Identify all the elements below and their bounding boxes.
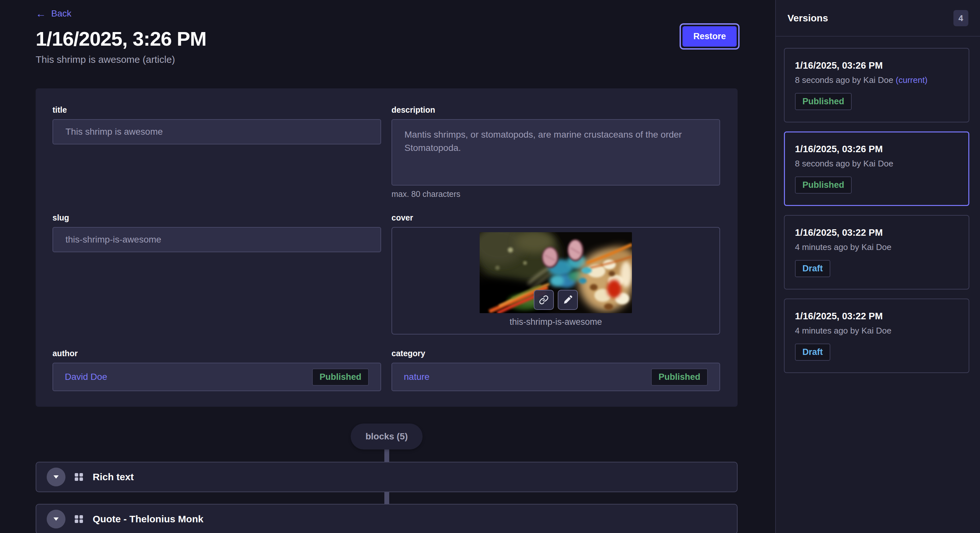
pencil-icon [563, 295, 573, 305]
version-date: 1/16/2025, 03:22 PM [795, 227, 958, 238]
field-description: description Mantis shrimps, or stomatopo… [391, 105, 720, 199]
slug-label: slug [52, 213, 381, 222]
cover-actions [534, 290, 578, 310]
version-badge-row: Draft [795, 344, 958, 361]
version-meta-text: 4 minutes ago by Kai Doe [795, 326, 891, 335]
expand-toggle-button[interactable] [47, 510, 65, 528]
version-badge-row: Draft [795, 260, 958, 277]
back-link[interactable]: ← Back [36, 8, 71, 19]
versions-count-badge: 4 [953, 10, 968, 26]
version-meta: 8 seconds ago by Kai Doe [795, 159, 958, 169]
blocks-pill[interactable]: blocks (5) [351, 424, 423, 449]
copy-link-button[interactable] [534, 290, 554, 310]
cover-card: this-shrimp-is-awesome [391, 227, 720, 335]
version-card-selected[interactable]: 1/16/2025, 03:26 PM 8 seconds ago by Kai… [784, 132, 969, 206]
block-title: Quote - Thelonius Monk [93, 514, 204, 525]
field-cover: cover [391, 213, 720, 335]
version-form-panel: title description Mantis shrimps, or sto… [36, 89, 738, 407]
chevron-down-icon [54, 475, 59, 479]
version-date: 1/16/2025, 03:26 PM [795, 60, 958, 71]
cover-caption: this-shrimp-is-awesome [509, 317, 602, 327]
cover-label: cover [391, 213, 720, 222]
blocks-connector [384, 449, 389, 462]
title-label: title [52, 105, 381, 115]
version-meta: 4 minutes ago by Kai Doe [795, 326, 958, 336]
author-label: author [52, 349, 381, 358]
version-current-label: (current) [896, 75, 928, 85]
title-input[interactable] [52, 119, 381, 144]
version-meta-text: 8 seconds ago by Kai Doe [795, 75, 894, 85]
blocks-pill-row: blocks (5) [36, 407, 738, 449]
version-badge-row: Published [795, 176, 958, 194]
version-date: 1/16/2025, 03:26 PM [795, 144, 958, 154]
row-connector [384, 492, 389, 504]
versions-list: 1/16/2025, 03:26 PM 8 seconds ago by Kai… [776, 36, 980, 384]
category-status-badge: Published [651, 368, 708, 385]
version-date: 1/16/2025, 03:22 PM [795, 311, 958, 322]
version-meta: 4 minutes ago by Kai Doe [795, 242, 958, 252]
page-title: 1/16/2025, 3:26 PM [36, 27, 738, 50]
description-label: description [391, 105, 720, 115]
field-title: title [52, 105, 381, 144]
version-status-badge: Draft [795, 344, 830, 361]
restore-focus-ring: Restore [679, 23, 740, 49]
back-label: Back [51, 8, 71, 19]
description-hint: max. 80 characters [391, 189, 720, 199]
page-subtitle: This shrimp is awesome (article) [36, 54, 738, 65]
version-meta-text: 8 seconds ago by Kai Doe [795, 159, 894, 168]
description-textarea[interactable]: Mantis shrimps, or stomatopods, are mari… [391, 119, 720, 186]
main-content: ← Back 1/16/2025, 3:26 PM This shrimp is… [0, 0, 775, 533]
author-status-badge: Published [312, 368, 369, 385]
component-grid-icon [74, 514, 84, 524]
version-card[interactable]: 1/16/2025, 03:22 PM 4 minutes ago by Kai… [784, 298, 969, 373]
link-icon [539, 295, 549, 305]
version-card[interactable]: 1/16/2025, 03:26 PM 8 seconds ago by Kai… [784, 48, 969, 122]
category-relation-box: nature Published [391, 363, 720, 391]
block-row-quote[interactable]: Quote - Thelonius Monk [36, 504, 738, 533]
back-arrow-icon: ← [36, 8, 46, 19]
versions-sidebar: Versions 4 1/16/2025, 03:26 PM 8 seconds… [775, 0, 980, 533]
author-relation-box: David Doe Published [52, 363, 381, 391]
version-status-badge: Published [795, 176, 852, 194]
version-badge-row: Published [795, 93, 958, 110]
cover-media [480, 232, 632, 313]
expand-toggle-button[interactable] [47, 468, 65, 486]
versions-header: Versions 4 [776, 0, 980, 36]
edit-media-button[interactable] [558, 290, 578, 310]
author-link[interactable]: David Doe [65, 372, 107, 382]
restore-button[interactable]: Restore [682, 26, 737, 47]
category-link[interactable]: nature [404, 372, 430, 382]
block-row-rich-text[interactable]: Rich text [36, 462, 738, 492]
field-author: author David Doe Published [52, 349, 381, 391]
component-grid-icon [74, 472, 84, 482]
field-category: category nature Published [391, 349, 720, 391]
chevron-down-icon [54, 517, 59, 521]
versions-title: Versions [788, 13, 828, 24]
version-card[interactable]: 1/16/2025, 03:22 PM 4 minutes ago by Kai… [784, 215, 969, 289]
version-status-badge: Published [795, 93, 852, 110]
app-root: ← Back 1/16/2025, 3:26 PM This shrimp is… [0, 0, 980, 533]
version-status-badge: Draft [795, 260, 830, 277]
slug-input[interactable] [52, 227, 381, 252]
version-meta-text: 4 minutes ago by Kai Doe [795, 242, 891, 252]
field-slug: slug [52, 213, 381, 252]
block-title: Rich text [93, 471, 134, 482]
category-label: category [391, 349, 720, 358]
version-meta: 8 seconds ago by Kai Doe (current) [795, 75, 958, 85]
